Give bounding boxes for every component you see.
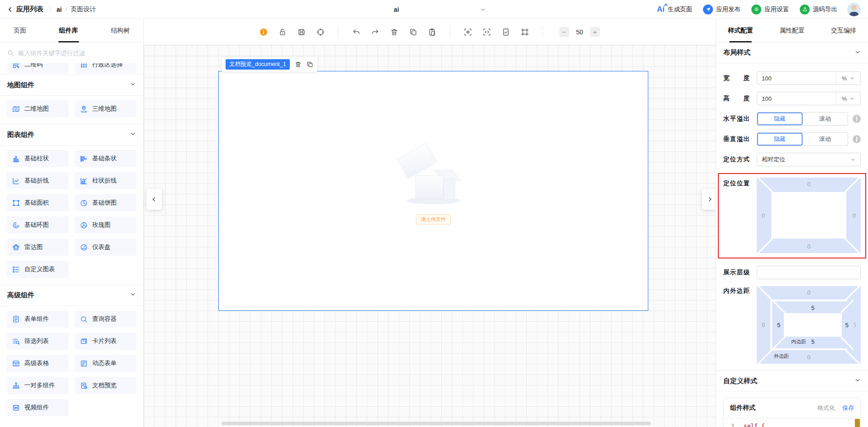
component-item[interactable]: 基础面积 xyxy=(7,194,69,211)
breadcrumb-app[interactable]: ai xyxy=(57,6,62,13)
position-top-value[interactable]: 0 xyxy=(757,181,861,188)
sidebar-tab[interactable]: 结构树 xyxy=(111,19,130,42)
sidebar-tab[interactable]: 组件库 xyxy=(59,19,78,42)
padding-left-value[interactable]: 5 xyxy=(777,322,780,328)
redo-icon[interactable] xyxy=(371,28,379,36)
component-item[interactable]: 二维地图 xyxy=(7,100,69,117)
panel-tab[interactable]: 样式配置 xyxy=(728,19,753,42)
component-item[interactable]: 基础环图 xyxy=(7,216,69,234)
component-item[interactable]: 仪表盘 xyxy=(75,239,137,256)
padding-box-editor[interactable]: 5 5 5 5 内边距 xyxy=(772,301,854,348)
component-item-label: 文档预览 xyxy=(92,381,117,389)
section-header[interactable]: 地图组件 xyxy=(0,74,143,96)
frame-icon[interactable] xyxy=(521,28,529,36)
component-item[interactable]: 一对多组件 xyxy=(7,377,69,394)
component-item[interactable]: 二维码 xyxy=(7,63,69,73)
copy-icon[interactable] xyxy=(409,28,417,36)
avatar[interactable] xyxy=(847,3,861,16)
horizontal-scrollbar[interactable] xyxy=(222,422,651,425)
segment-option[interactable]: 隐藏 xyxy=(757,113,802,125)
margin-box-editor[interactable]: 0 0 0 0 外边距 5 5 5 5 内边距 xyxy=(757,286,861,364)
padding-right-value[interactable]: 5 xyxy=(845,322,849,328)
copy-icon[interactable] xyxy=(307,61,313,68)
panel-tab[interactable]: 属性配置 xyxy=(779,19,805,42)
header-action-button[interactable]: Ai生成页面 xyxy=(657,5,692,14)
info-icon[interactable] xyxy=(853,115,861,123)
segment-option[interactable]: 隐藏 xyxy=(757,133,802,145)
component-item[interactable]: 基础饼图 xyxy=(75,194,137,211)
zoom-in-button[interactable]: + xyxy=(590,27,600,37)
padding-bottom-value[interactable]: 5 xyxy=(772,338,854,345)
header-action-button[interactable]: 应用设置 xyxy=(751,5,789,14)
component-item[interactable]: 表单组件 xyxy=(7,310,69,328)
code-view-icon[interactable] xyxy=(483,28,491,36)
margin-bottom-value[interactable]: 0 xyxy=(757,354,861,361)
back-button[interactable]: 应用列表 xyxy=(7,5,43,14)
component-item[interactable]: 动态表单 xyxy=(75,355,137,372)
position-box-editor[interactable]: 0 0 0 0 xyxy=(757,178,861,253)
sidebar-tab[interactable]: 页面 xyxy=(14,19,26,42)
zoom-out-button[interactable]: − xyxy=(559,27,569,37)
collapse-sidebar-button[interactable] xyxy=(146,189,162,210)
component-item[interactable]: 筛选列表 xyxy=(7,333,69,350)
info-icon[interactable] xyxy=(853,135,861,143)
component-item[interactable]: 文档预览 xyxy=(75,377,137,394)
component-item[interactable]: 雷达图 xyxy=(7,239,69,256)
undo-icon[interactable] xyxy=(352,28,360,36)
component-item[interactable]: 卡片列表 xyxy=(75,333,137,350)
component-item[interactable]: 视频组件 xyxy=(7,399,69,416)
css-code-editor[interactable]: 1 .self { #999999 xyxy=(724,418,860,427)
delete-icon[interactable] xyxy=(295,61,302,68)
width-input[interactable] xyxy=(757,75,836,82)
height-unit-select[interactable]: % xyxy=(836,92,860,105)
header-action-button[interactable]: 源码导出 xyxy=(800,5,837,14)
component-item[interactable]: 自定义图表 xyxy=(7,261,69,278)
component-item[interactable]: 玫瑰图 xyxy=(75,216,137,234)
upload-file-button[interactable]: 请上传文件 xyxy=(416,214,451,225)
z-index-input[interactable] xyxy=(757,269,860,276)
preview-icon[interactable] xyxy=(464,28,472,36)
component-item[interactable]: 基础柱状 xyxy=(7,150,69,167)
component-item-label: 柱状折线 xyxy=(92,177,117,185)
page-check-icon[interactable] xyxy=(502,28,510,36)
format-button[interactable]: 格式化 xyxy=(817,404,835,412)
component-item[interactable]: 柱状折线 xyxy=(75,172,137,189)
unlock-icon[interactable] xyxy=(278,28,287,36)
target-icon[interactable] xyxy=(316,28,325,36)
position-right-value[interactable]: 0 xyxy=(853,212,856,219)
component-item[interactable]: 查询容器 xyxy=(75,310,137,328)
section-header[interactable]: 图表组件 xyxy=(0,124,143,145)
page-info-icon[interactable] xyxy=(259,28,268,36)
component-item[interactable]: 高级表格 xyxy=(7,355,69,372)
layout-style-section-header[interactable]: 布局样式 xyxy=(716,42,868,63)
search-input[interactable] xyxy=(18,50,136,56)
save-button[interactable]: 保存 xyxy=(842,404,854,412)
segment-option[interactable]: 滚动 xyxy=(802,113,848,125)
delete-icon[interactable] xyxy=(390,28,398,36)
position-left-value[interactable]: 0 xyxy=(762,212,765,219)
margin-left-value[interactable]: 0 xyxy=(762,322,765,328)
component-chip-label[interactable]: 文档预览_document_1 xyxy=(226,59,290,70)
component-item[interactable]: 行政区选择 xyxy=(75,63,137,73)
position-mode-select[interactable]: 相对定位 xyxy=(757,153,861,166)
padding-top-value[interactable]: 5 xyxy=(772,305,854,311)
paste-icon[interactable] xyxy=(428,28,436,36)
component-item[interactable]: 三维地图 xyxy=(75,100,137,117)
save-icon[interactable] xyxy=(297,28,306,36)
component-item-label: 表单组件 xyxy=(24,315,49,323)
page-select[interactable]: ai xyxy=(382,6,486,13)
design-canvas[interactable]: 文档预览_document_1 请上传文件 xyxy=(144,45,716,427)
editor-scrollbar[interactable] xyxy=(855,419,860,427)
panel-tab[interactable]: 交互编排 xyxy=(831,19,856,42)
segment-option[interactable]: 滚动 xyxy=(802,133,848,145)
section-header[interactable]: 高级组件 xyxy=(0,284,143,306)
header-action-button[interactable]: 应用发布 xyxy=(703,5,741,14)
position-bottom-value[interactable]: 0 xyxy=(757,243,861,250)
component-item[interactable]: 基础折线 xyxy=(7,172,69,189)
collapse-panel-button[interactable] xyxy=(702,189,716,210)
height-input[interactable] xyxy=(757,95,836,102)
width-unit-select[interactable]: % xyxy=(836,72,860,84)
component-item[interactable]: 基础条状 xyxy=(75,150,137,167)
margin-top-value[interactable]: 0 xyxy=(757,289,861,296)
custom-style-section-header[interactable]: 自定义样式 xyxy=(716,371,868,391)
